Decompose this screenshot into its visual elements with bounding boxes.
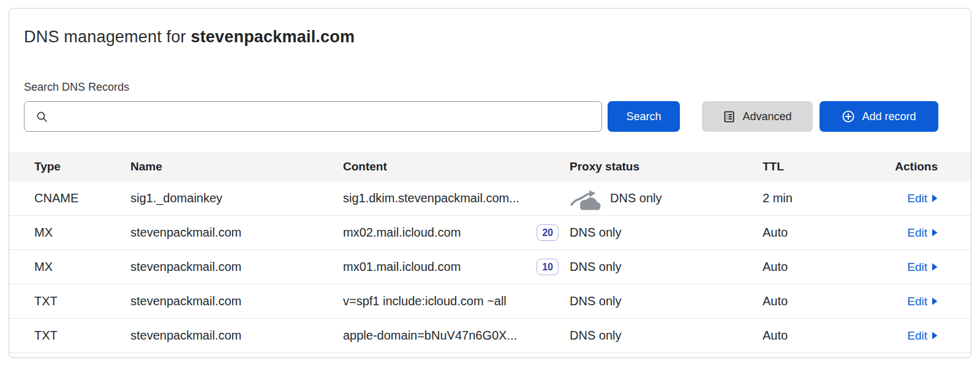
table-header-row: Type Name Content Proxy status TTL Actio… xyxy=(9,152,971,181)
cell-name: stevenpackmail.com xyxy=(130,260,343,274)
page-title-prefix: DNS management for xyxy=(24,28,190,46)
cell-name: sig1._domainkey xyxy=(130,191,343,205)
cell-content: v=spf1 include:icloud.com ~all xyxy=(343,294,507,308)
edit-label: Edit xyxy=(907,192,927,205)
cell-type: MX xyxy=(34,260,130,274)
right-triangle-icon xyxy=(932,194,938,202)
cell-proxy-status: DNS only xyxy=(570,294,621,308)
right-triangle-icon xyxy=(932,263,938,271)
search-button-label: Search xyxy=(626,110,661,123)
table-row: TXT stevenpackmail.com v=spf1 include:ic… xyxy=(9,284,971,319)
cell-ttl: Auto xyxy=(763,260,851,274)
table-row: MX stevenpackmail.com mx01.mail.icloud.c… xyxy=(9,250,971,284)
search-button[interactable]: Search xyxy=(608,101,680,132)
add-record-button-label: Add record xyxy=(862,110,916,123)
header-proxy: Proxy status xyxy=(570,160,763,173)
edit-record-button[interactable]: Edit xyxy=(907,192,938,205)
cell-name: stevenpackmail.com xyxy=(130,329,343,343)
cell-proxy-status: DNS only xyxy=(610,191,662,205)
edit-label: Edit xyxy=(907,261,927,274)
list-document-icon xyxy=(723,110,736,123)
page-title: DNS management for stevenpackmail.com xyxy=(24,28,355,47)
cell-content: mx02.mail.icloud.com xyxy=(343,226,461,240)
table-row: MX stevenpackmail.com mx02.mail.icloud.c… xyxy=(9,216,971,250)
cell-ttl: 2 min xyxy=(763,191,851,205)
edit-label: Edit xyxy=(907,226,927,240)
edit-record-button[interactable]: Edit xyxy=(907,226,938,240)
cell-ttl: Auto xyxy=(763,329,851,343)
table-row: CNAME sig1._domainkey sig1.dkim.stevenpa… xyxy=(9,181,971,216)
edit-record-button[interactable]: Edit xyxy=(907,329,938,343)
dns-management-card: DNS management for stevenpackmail.com Se… xyxy=(9,8,971,358)
right-triangle-icon xyxy=(932,297,938,305)
add-record-button[interactable]: Add record xyxy=(820,101,938,132)
cell-type: MX xyxy=(34,226,130,240)
search-label: Search DNS Records xyxy=(24,81,129,94)
header-type: Type xyxy=(34,160,130,173)
table-row: TXT stevenpackmail.com apple-domain=bNuV… xyxy=(9,319,971,353)
mx-priority-badge: 10 xyxy=(537,259,559,275)
mx-priority-badge: 20 xyxy=(537,224,559,241)
right-triangle-icon xyxy=(932,332,938,340)
page-title-domain: stevenpackmail.com xyxy=(190,28,355,46)
cell-name: stevenpackmail.com xyxy=(130,226,343,240)
edit-record-button[interactable]: Edit xyxy=(907,261,938,274)
advanced-button[interactable]: Advanced xyxy=(702,101,813,132)
dns-records-table: Type Name Content Proxy status TTL Actio… xyxy=(9,152,971,353)
header-content: Content xyxy=(343,160,570,173)
cell-content: sig1.dkim.stevenpackmail.com... xyxy=(343,191,519,205)
search-input[interactable] xyxy=(56,102,601,131)
cell-ttl: Auto xyxy=(763,294,851,308)
advanced-button-label: Advanced xyxy=(742,110,791,123)
edit-label: Edit xyxy=(907,329,927,343)
cell-type: TXT xyxy=(34,294,130,308)
plus-circle-icon xyxy=(842,110,855,123)
cell-proxy-status: DNS only xyxy=(570,226,621,240)
cell-type: CNAME xyxy=(34,191,130,205)
edit-record-button[interactable]: Edit xyxy=(907,295,938,308)
cell-name: stevenpackmail.com xyxy=(130,294,343,308)
dns-only-cloud-icon xyxy=(570,188,601,212)
cell-content: apple-domain=bNuV47n6G0X... xyxy=(343,329,517,343)
cell-content: mx01.mail.icloud.com xyxy=(343,260,461,274)
header-name: Name xyxy=(130,160,343,173)
header-actions: Actions xyxy=(851,160,938,173)
cell-type: TXT xyxy=(34,329,130,343)
edit-label: Edit xyxy=(907,295,927,308)
search-input-wrapper xyxy=(24,101,602,132)
cell-ttl: Auto xyxy=(763,226,851,240)
cell-proxy-status: DNS only xyxy=(570,329,621,343)
header-ttl: TTL xyxy=(763,160,851,173)
cell-proxy-status: DNS only xyxy=(570,260,621,274)
right-triangle-icon xyxy=(932,229,938,237)
search-icon xyxy=(36,110,48,123)
